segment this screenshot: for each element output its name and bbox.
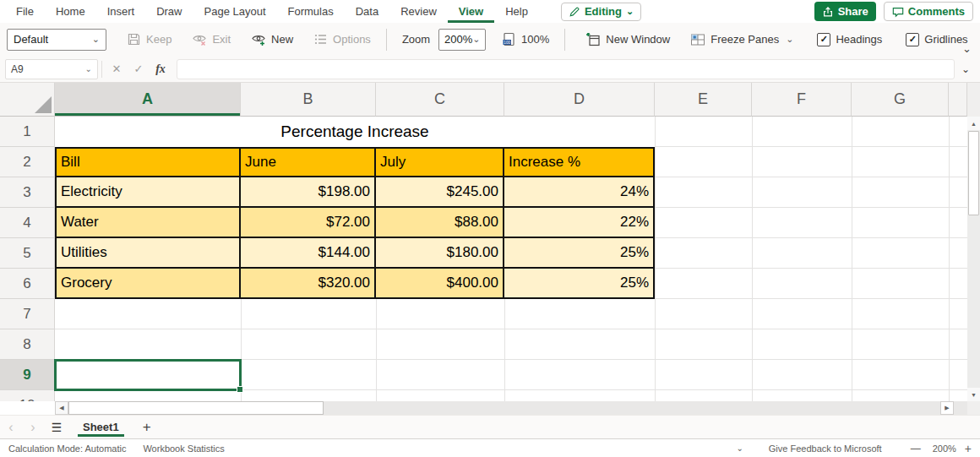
cell-b3[interactable]: $198.00: [241, 177, 376, 208]
workbook-statistics-button[interactable]: Workbook Statistics: [134, 443, 232, 454]
calculation-mode-status[interactable]: Calculation Mode: Automatic: [0, 443, 134, 454]
tab-home[interactable]: Home: [45, 0, 96, 23]
cell-d4[interactable]: 22%: [504, 208, 655, 238]
cell-c4[interactable]: $88.00: [376, 208, 504, 238]
row-header-10-partial[interactable]: 10: [0, 390, 55, 401]
row-header-3[interactable]: 3: [0, 177, 55, 208]
tab-help[interactable]: Help: [494, 0, 539, 23]
scroll-up-button[interactable]: ▲: [967, 117, 980, 130]
cell-d3[interactable]: 24%: [504, 177, 655, 208]
cell-a3[interactable]: Electricity: [55, 177, 241, 208]
vertical-gridline: [752, 117, 753, 401]
new-sheet-view-button[interactable]: New: [251, 32, 293, 46]
cell-b6[interactable]: $320.00: [241, 269, 376, 299]
gridlines-checkbox[interactable]: ✓: [906, 33, 919, 46]
column-header-d[interactable]: D: [504, 83, 655, 117]
spreadsheet-grid: A B C D E F G 1 2 3 4 5 6 7 8 9 10: [0, 83, 967, 401]
cell-c3[interactable]: $245.00: [376, 177, 504, 208]
vertical-scrollbar[interactable]: ▲ ▼: [967, 117, 980, 401]
ribbon-collapse-chevron[interactable]: ⌄: [962, 43, 972, 54]
active-cell-selection-a9[interactable]: [54, 359, 242, 391]
column-header-h-partial[interactable]: [949, 83, 967, 117]
headings-checkbox[interactable]: ✓: [817, 33, 830, 46]
zoom-label: Zoom: [402, 33, 430, 46]
all-sheets-menu-icon[interactable]: ☰: [44, 416, 69, 438]
header-cell-july[interactable]: July: [376, 147, 504, 177]
sheet-tab-bar: ‹ › ☰ Sheet1 +: [0, 415, 980, 438]
zoom-level-select[interactable]: 200% ⌄: [438, 29, 486, 51]
cell-d6[interactable]: 25%: [504, 269, 655, 299]
share-button[interactable]: Share: [814, 2, 876, 21]
column-header-a[interactable]: A: [55, 83, 241, 117]
insert-function-button[interactable]: fx: [150, 59, 172, 79]
row-header-4[interactable]: 4: [0, 208, 55, 238]
chevron-down-icon: ⌄: [472, 35, 480, 44]
header-cell-bill[interactable]: Bill: [55, 147, 241, 177]
horizontal-scrollbar[interactable]: ◀ ▶: [55, 401, 967, 415]
formula-bar-expand-chevron[interactable]: ⌄: [961, 63, 975, 75]
vertical-scrollbar-thumb[interactable]: [968, 131, 979, 215]
header-cell-june[interactable]: June: [241, 147, 376, 177]
cell-d5[interactable]: 25%: [504, 238, 655, 269]
give-feedback-link[interactable]: Give Feedback to Microsoft: [755, 443, 904, 454]
headings-label: Headings: [836, 33, 882, 46]
sheet-tab-sheet1[interactable]: Sheet1: [69, 416, 133, 438]
tab-review[interactable]: Review: [389, 0, 448, 23]
previous-sheet-chevron: ‹: [0, 416, 22, 438]
column-header-b[interactable]: B: [241, 83, 376, 117]
status-bar: Calculation Mode: Automatic Workbook Sta…: [0, 438, 980, 457]
cell-a6[interactable]: Grocery: [55, 269, 241, 299]
select-all-corner[interactable]: [0, 83, 55, 117]
scroll-right-button[interactable]: ▶: [940, 401, 954, 415]
cell-a4[interactable]: Water: [55, 208, 241, 238]
page-100-icon: 100: [501, 32, 516, 47]
name-box[interactable]: A9 ⌄: [5, 59, 98, 79]
cell-a5[interactable]: Utilities: [55, 238, 241, 269]
freeze-panes-dropdown[interactable]: Freeze Panes ⌄: [690, 32, 793, 47]
zoom-in-button[interactable]: +: [961, 442, 980, 455]
keep-sheet-view-button: Keep: [127, 32, 172, 46]
cell-b5[interactable]: $144.00: [241, 238, 376, 269]
comments-button[interactable]: Comments: [884, 2, 973, 21]
cell-c5[interactable]: $180.00: [376, 238, 504, 269]
cell-b4[interactable]: $72.00: [241, 208, 376, 238]
new-window-button[interactable]: New Window: [585, 32, 670, 47]
row-header-6[interactable]: 6: [0, 269, 55, 299]
row-header-7[interactable]: 7: [0, 299, 55, 329]
add-sheet-button[interactable]: +: [133, 416, 161, 438]
header-cell-increase[interactable]: Increase %: [504, 147, 655, 177]
tab-data[interactable]: Data: [345, 0, 389, 23]
editing-mode-dropdown[interactable]: Editing ⌄: [561, 3, 641, 21]
tab-formulas[interactable]: Formulas: [277, 0, 345, 23]
tab-view[interactable]: View: [448, 0, 494, 23]
fit-to-100-button[interactable]: 100 100%: [501, 32, 549, 47]
zoom-value: 200%: [444, 33, 472, 46]
gridlines-checkbox-item[interactable]: ✓ Gridlines: [906, 33, 967, 46]
formula-input[interactable]: [177, 59, 955, 79]
row-header-5[interactable]: 5: [0, 238, 55, 269]
horizontal-scrollbar-thumb[interactable]: [68, 401, 324, 415]
status-zoom-level[interactable]: 200%: [928, 443, 961, 454]
row-header-8[interactable]: 8: [0, 329, 55, 360]
headings-checkbox-item[interactable]: ✓ Headings: [817, 33, 882, 46]
fill-handle[interactable]: [237, 386, 243, 393]
keep-label: Keep: [146, 33, 172, 46]
row-header-1[interactable]: 1: [0, 117, 55, 147]
cell-c6[interactable]: $400.00: [376, 269, 504, 299]
tab-draw[interactable]: Draw: [145, 0, 193, 23]
row-header-2[interactable]: 2: [0, 147, 55, 177]
column-header-c[interactable]: C: [376, 83, 504, 117]
scroll-left-button[interactable]: ◀: [55, 401, 68, 415]
tab-file[interactable]: File: [5, 0, 45, 23]
column-header-f[interactable]: F: [752, 83, 852, 117]
column-header-g[interactable]: G: [852, 83, 949, 117]
column-header-e[interactable]: E: [655, 83, 752, 117]
table-title-cell[interactable]: Percentage Increase: [55, 117, 655, 147]
row-header-9[interactable]: 9: [0, 360, 55, 390]
tab-page-layout[interactable]: Page Layout: [193, 0, 277, 23]
zoom-out-button[interactable]: —: [904, 443, 928, 454]
tab-insert[interactable]: Insert: [96, 0, 146, 23]
scroll-down-button[interactable]: ▼: [967, 388, 980, 401]
status-menu-chevron[interactable]: ⌄: [724, 443, 754, 453]
sheet-view-select[interactable]: Default ⌄: [7, 29, 106, 51]
